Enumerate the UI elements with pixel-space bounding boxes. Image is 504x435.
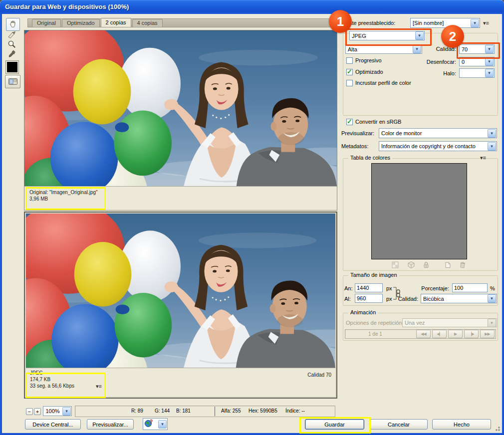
tab-original[interactable]: Original [32,19,61,27]
original-photo [24,30,337,187]
window-border-right [502,14,504,433]
eyedropper-tool-button[interactable] [6,49,17,59]
optimized-format: JPEG [30,370,43,376]
srgb-checkbox[interactable] [346,119,353,125]
slices-visibility-icon [8,77,18,86]
original-info-bar: Original: "Imagen_Original.jpg" 3,96 MB [24,186,337,210]
preset-combo[interactable]: [Sin nombre] ▾ [410,18,480,28]
preview-mode-label: Previsualizar: [341,130,374,136]
original-preview-pane[interactable]: Original: "Imagen_Original.jpg" 3,96 MB [24,30,337,211]
embed-profile-label: Incrustar perfil de color [355,80,411,86]
done-button[interactable]: Hecho [432,419,491,430]
resize-grip[interactable] [494,425,501,432]
original-filesize: 3,96 MB [29,196,48,202]
progressive-checkbox[interactable] [346,57,353,64]
optimized-checkbox[interactable] [346,69,353,75]
save-for-web-dialog: Guardar para Web y dispositivos (100%) [0,0,504,435]
frame-status: 1 de 1 [368,331,382,337]
color-table-swatch-area[interactable] [371,163,467,259]
new-item-icon [444,261,452,269]
tab-optimizado[interactable]: Optimizado [62,19,100,27]
optimized-filesize: 174,7 KB [30,377,50,382]
loop-options-label: Opciones de repetición: [346,320,404,326]
chevron-down-icon: ▾ [488,129,496,138]
browser-select-control[interactable]: ? ▾ [143,418,168,430]
window-border-left [0,14,2,433]
resample-quality-label: Calidad: [396,296,418,302]
preset-panel-menu-icon[interactable]: ▾≡ [483,20,489,26]
width-input[interactable] [355,283,383,292]
matte-combo[interactable]: ▾ [459,68,495,78]
svg-text:?: ? [150,419,153,425]
percent-unit: % [490,285,495,291]
dialog-title: Guardar para Web y dispositivos (100%) [5,3,129,10]
hand-icon [8,20,17,29]
width-label: An: [344,285,353,291]
compression-combo[interactable]: Alta ▾ [345,44,422,54]
original-filename: Original: "Imagen_Original.jpg" [29,190,98,195]
web-shift-cube-icon [407,261,415,269]
preview-mode-combo[interactable]: Color de monitor ▾ [379,128,497,138]
toggle-slices-visibility-button[interactable] [5,75,20,88]
optimized-download-time: 33 seg. a 56,6 Kbps [30,383,74,389]
image-size-title: Tamaño de imagen [348,272,399,278]
magnifier-icon [7,40,16,49]
step-badge-2: 2 [441,25,464,48]
zoom-level-combo[interactable]: 100% ▾ [43,406,72,416]
zoom-tool-button[interactable] [6,39,17,49]
next-frame-button: ▕▶ [464,330,479,338]
optimized-info-bar: JPEG 174,7 KB 33 seg. a 56,6 Kbps ▾≡ Cal… [26,368,335,397]
progressive-label: Progresivo [355,57,382,63]
blur-combo[interactable]: 0 ▾ [459,57,495,66]
readout-r: R: 89 [131,408,143,414]
optimized-label: Optimizado [355,69,383,75]
readout-b: B: 181 [176,408,191,414]
readout-g: G: 144 [155,408,170,414]
resample-quality-combo[interactable]: Bicúbica ▾ [421,294,497,303]
slice-tool-icon [7,31,16,39]
window-border-bottom [0,433,504,435]
chevron-down-icon: ▾ [488,319,496,327]
metadata-combo[interactable]: Información de copyright y de contacto ▾ [379,141,497,151]
zoom-in-button[interactable]: + [34,408,41,415]
height-unit: px [386,296,392,302]
last-frame-button: ▶▶ [480,330,495,338]
readout-divider [215,407,215,416]
download-speed-menu-icon[interactable]: ▾≡ [96,383,102,390]
metadata-label: Metadatos: [341,143,368,149]
browser-globe-icon: ? [144,419,153,428]
tab-4-copias[interactable]: 4 copias [132,19,163,27]
optimized-preview-pane[interactable]: JPEG 174,7 KB 33 seg. a 56,6 Kbps ▾≡ Cal… [24,212,337,399]
chevron-down-icon: ▾ [62,407,71,416]
chevron-down-icon: ▾ [485,69,494,77]
tab-2-copias[interactable]: 2 copias [101,18,131,27]
previous-frame-button: ◀▏ [432,330,447,338]
height-input[interactable] [355,294,383,303]
eyedropper-icon [7,49,16,58]
embed-profile-checkbox[interactable] [346,80,353,86]
zoom-out-button[interactable]: − [26,408,33,415]
lock-icon [422,261,430,269]
slice-select-tool-button[interactable] [6,30,17,39]
percent-input[interactable] [452,283,488,292]
width-unit: px [386,285,392,291]
device-central-button[interactable]: Device Central... [25,419,81,430]
format-combo[interactable]: JPEG ▾ [349,31,425,40]
eyedropper-color-swatch[interactable] [6,61,18,73]
hand-tool-button[interactable] [6,18,20,31]
dither-transparency-icon [391,261,399,269]
chevron-down-icon: ▾ [485,45,494,53]
color-table-title: Tabla de colores [348,155,392,161]
preview-in-browser-button[interactable]: Previsualizar... [87,419,134,430]
cancel-button[interactable]: Cancelar [370,419,428,430]
loop-options-combo: Una vez ▾ [402,318,497,327]
chevron-down-icon: ▾ [471,19,479,27]
quality-combo[interactable]: 70 ▾ [459,44,495,54]
chevron-down-icon: ▾ [415,31,424,40]
color-table-menu-icon[interactable]: ▾≡ [480,155,486,161]
save-button[interactable]: Guardar [305,419,364,430]
titlebar[interactable]: Guardar para Web y dispositivos (100%) [0,0,504,14]
blur-label: Desenfocar: [414,59,456,65]
preview-tabstrip: Original Optimizado 2 copias 4 copias [27,18,337,27]
srgb-label: Convertir en sRGB [355,119,401,125]
